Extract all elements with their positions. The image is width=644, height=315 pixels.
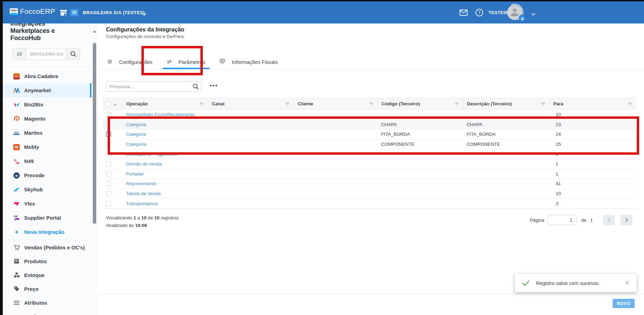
- sidebar-item-precode[interactable]: WPrecode: [3, 168, 91, 182]
- svg-text:49: 49: [16, 161, 20, 164]
- tab-par-metros[interactable]: ⇄Parâmetros: [161, 55, 211, 69]
- sidebar-item-label: Vendas (Pedidos e OC's): [24, 245, 85, 250]
- next-page-button[interactable]: [621, 215, 632, 225]
- sidebar-item-abra-cadabra[interactable]: ABRAAbra Cadabra: [3, 69, 91, 83]
- sidebar-item-mobly[interactable]: MMobly: [3, 140, 91, 154]
- column-header-canal[interactable]: Canal: [208, 98, 294, 109]
- page-number-input[interactable]: [548, 215, 577, 225]
- svg-text:?: ?: [478, 10, 480, 15]
- sidebar-item-pre-o[interactable]: Preço: [3, 282, 91, 296]
- select-all-checkbox[interactable]: [106, 101, 111, 106]
- sidebar-item-label: Nova Integração: [24, 229, 65, 235]
- row-link-operacao[interactable]: Divisão de venda: [122, 159, 208, 169]
- row-link-operacao[interactable]: Representante: [122, 179, 208, 189]
- sidebar-item-atributos[interactable]: Atributos: [3, 296, 91, 309]
- row-checkbox[interactable]: [106, 132, 111, 137]
- sidebar-item-anymarket[interactable]: Anymarket: [3, 83, 91, 97]
- column-header-cliente[interactable]: Cliente: [294, 98, 378, 109]
- more-options-button[interactable]: •••: [210, 82, 218, 89]
- svg-text:M: M: [15, 145, 18, 149]
- sidebar-item-n49[interactable]: N49N49: [3, 154, 91, 168]
- row-link-operacao[interactable]: Tabela de Venda: [122, 189, 208, 199]
- row-checkbox[interactable]: [106, 171, 111, 176]
- company-selector[interactable]: BRASILEIRA S/A (TESTES): [83, 10, 145, 15]
- tabs: ⚙Configurações⇄ParâmetrosInformações Fis…: [102, 55, 283, 69]
- cell-para: 1: [549, 149, 636, 159]
- column-header-descri-o-terceiro[interactable]: Descrição (Terceiro): [463, 98, 549, 109]
- column-header-label: Cliente: [298, 101, 313, 106]
- row-checkbox[interactable]: [106, 122, 111, 127]
- sidebar-company-filter: 10: [12, 48, 80, 60]
- row-checkbox[interactable]: [106, 201, 111, 206]
- row-checkbox[interactable]: [106, 161, 111, 166]
- tab-informa-es-fiscais[interactable]: Informações Fiscais: [214, 55, 283, 69]
- sidebar-item-skyhub[interactable]: Skyhub: [3, 182, 91, 197]
- success-toast: Registro salvo com sucesso.: [515, 274, 637, 292]
- logo-badge-text: FERP: [10, 8, 18, 13]
- prev-page-button[interactable]: [603, 215, 615, 225]
- cell-descricao: [463, 189, 549, 199]
- mail-icon[interactable]: [459, 9, 468, 17]
- cell-canal: [208, 199, 294, 208]
- cell-codigo: [378, 169, 463, 179]
- column-header-para[interactable]: Para: [549, 98, 636, 109]
- row-link-operacao[interactable]: Categoria: [122, 120, 208, 130]
- sidebar-item-produtos[interactable]: Produtos: [3, 254, 91, 268]
- chevron-down-icon[interactable]: [142, 11, 147, 17]
- filter-icon[interactable]: [628, 102, 632, 106]
- close-icon[interactable]: [625, 281, 629, 285]
- martins-icon: [13, 130, 20, 136]
- account-chevron-down-icon[interactable]: [531, 11, 536, 17]
- row-checkbox[interactable]: [106, 191, 111, 196]
- filter-icon[interactable]: [455, 102, 459, 106]
- sidebar-item-bis2bis[interactable]: Bis2Bis: [3, 97, 91, 112]
- search-input[interactable]: [106, 84, 190, 89]
- help-icon[interactable]: ?: [475, 9, 483, 18]
- row-link-operacao[interactable]: Categoria: [122, 140, 208, 149]
- sidebar-item-vendas-pedidos-e-oc-s[interactable]: Vendas (Pedidos e OC's): [3, 240, 91, 254]
- sidebar-item-label: Atributos: [24, 300, 47, 306]
- column-header-label: Operação: [126, 101, 148, 106]
- chevron-down-icon[interactable]: [113, 101, 117, 107]
- table-row: CategoriaCOMPONENTECOMPONENTE25: [103, 140, 636, 150]
- skyhub-icon: [13, 186, 20, 193]
- svg-text:W: W: [15, 174, 18, 177]
- sidebar-item-magento[interactable]: Magento: [3, 112, 91, 126]
- row-link-operacao[interactable]: Portador: [122, 169, 208, 179]
- search-icon[interactable]: [190, 83, 201, 90]
- column-header-c-digo-terceiro[interactable]: Código (Terceiro): [378, 98, 463, 109]
- tab-configura-es[interactable]: ⚙Configurações: [102, 55, 158, 69]
- row-checkbox[interactable]: [106, 152, 111, 157]
- bottom-action-bar: NOVO: [98, 294, 644, 315]
- row-checkbox[interactable]: [106, 142, 111, 147]
- search-icon[interactable]: [66, 49, 80, 59]
- sidebar-item-vtex[interactable]: Vtex: [3, 197, 91, 211]
- scrollbar-thumb[interactable]: [93, 43, 96, 224]
- filter-icon[interactable]: [199, 102, 204, 106]
- sidebar-item-nova-integra-o[interactable]: +Nova Integração: [3, 225, 91, 239]
- row-link-operacao[interactable]: Condição de Pagamento: [122, 149, 208, 159]
- cell-codigo: [378, 159, 463, 169]
- column-header-opera-o[interactable]: Operação: [122, 98, 208, 109]
- sidebar-item-martins[interactable]: Martins: [3, 126, 91, 140]
- sidebar-item-label: Produtos: [24, 258, 47, 264]
- company-count-badge: 10: [70, 9, 78, 16]
- sidebar-item-estoque[interactable]: Estoque: [3, 268, 91, 282]
- row-link-operacao[interactable]: Transportadora: [122, 199, 208, 208]
- sidebar-divider: [3, 67, 91, 67]
- company-search-input[interactable]: [27, 49, 66, 59]
- filter-icon[interactable]: [285, 102, 290, 106]
- row-checkbox[interactable]: [106, 112, 111, 117]
- abra-cadabra-icon: ABRA: [13, 73, 20, 80]
- row-checkbox[interactable]: [106, 181, 111, 186]
- cell-para: 10: [549, 110, 636, 120]
- sidebar-item-supplier-portal[interactable]: SPSupplier Portal: [3, 211, 91, 225]
- row-link-operacao[interactable]: Categoria: [122, 130, 208, 139]
- sidebar-item-se-es[interactable]: Seções: [3, 309, 91, 315]
- filter-icon[interactable]: [541, 102, 545, 106]
- scroll-up-arrow-icon[interactable]: [93, 28, 96, 34]
- store-icon: [60, 9, 67, 18]
- filter-icon[interactable]: [369, 102, 374, 106]
- novo-button[interactable]: NOVO: [613, 299, 635, 308]
- row-link-operacao[interactable]: Almoxarifado Envio/Recebimento: [122, 110, 208, 120]
